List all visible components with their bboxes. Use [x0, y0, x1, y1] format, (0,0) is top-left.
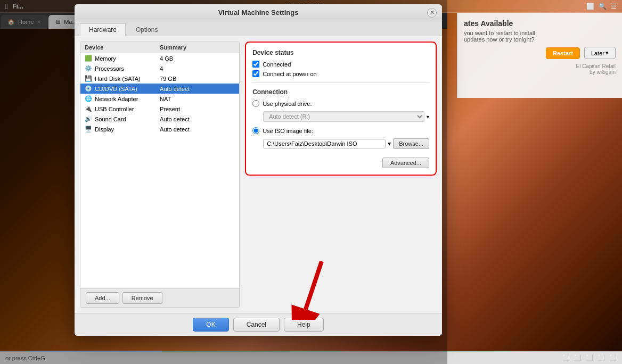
use-physical-label: Use physical drive: — [263, 101, 312, 107]
processors-icon: ⚙️ — [85, 65, 92, 72]
device-row-processors[interactable]: ⚙️ Processors 4 — [80, 63, 239, 73]
iso-path-row: ▾ Browse... — [263, 138, 429, 149]
taskbar-icon-5: ⬜ — [609, 354, 617, 361]
ok-button[interactable]: OK — [193, 318, 228, 332]
connection-title: Connection — [252, 88, 429, 96]
notif-footnote: El Capitan Retailby wikigain — [464, 63, 616, 75]
dialog-titlebar: Virtual Machine Settings ✕ — [75, 4, 442, 21]
later-button[interactable]: Later ▾ — [584, 47, 616, 59]
menu-icon[interactable]: ☰ — [611, 3, 617, 10]
taskbar-icon-2: ⬜ — [574, 354, 582, 361]
connected-label: Connected — [263, 61, 291, 68]
connected-checkbox[interactable] — [252, 61, 259, 68]
device-row-harddisk[interactable]: 💾 Hard Disk (SATA) 79 GB — [80, 73, 239, 84]
virtual-machine-settings-dialog: Virtual Machine Settings ✕ Hardware Opti… — [75, 4, 442, 336]
use-iso-radio[interactable] — [252, 127, 259, 134]
notif-line1: you want to restart to install — [464, 30, 616, 36]
advanced-button[interactable]: Advanced... — [382, 158, 429, 168]
device-row-memory[interactable]: 🟩 Memory 4 GB — [80, 53, 239, 63]
dialog-title: Virtual Machine Settings — [81, 9, 436, 16]
connected-checkbox-row: Connected — [252, 61, 429, 68]
browse-button[interactable]: Browse... — [393, 138, 429, 149]
connect-at-power-label: Connect at power on — [263, 71, 317, 77]
taskbar-icon-4: ⬜ — [598, 354, 605, 361]
notification-panel: ates Available you want to restart to in… — [457, 13, 622, 98]
dropdown-arrow-icon: ▾ — [427, 114, 429, 120]
dialog-close-button[interactable]: ✕ — [427, 8, 437, 18]
panel-buttons: Add... Remove — [80, 288, 239, 307]
add-button[interactable]: Add... — [86, 292, 119, 304]
remove-button[interactable]: Remove — [122, 292, 162, 304]
device-row-network[interactable]: 🌐 Network Adapter NAT — [80, 94, 239, 104]
tab-hardware[interactable]: Hardware — [80, 23, 126, 36]
device-row-usb[interactable]: 🔌 USB Controller Present — [80, 104, 239, 114]
use-physical-row: Use physical drive: — [252, 100, 429, 107]
device-row-display[interactable]: 🖥️ Display Auto detect — [80, 124, 239, 134]
device-row-cddvd[interactable]: 💿 CD/DVD (SATA) Auto detect — [80, 84, 239, 94]
device-list-header: Device Summary — [80, 42, 239, 53]
device-row-sound[interactable]: 🔊 Sound Card Auto detect — [80, 114, 239, 124]
connect-at-power-row: Connect at power on — [252, 70, 429, 77]
device-status-connection-box: Device status Connected Connect at power… — [245, 42, 437, 176]
use-iso-label: Use ISO image file: — [263, 128, 313, 134]
network-icon: 🌐 — [85, 95, 92, 102]
sound-icon: 🔊 — [85, 115, 92, 122]
device-status-title: Device status — [252, 49, 429, 56]
dropdown-iso-icon: ▾ — [388, 140, 391, 147]
advanced-row: Advanced... — [252, 158, 429, 168]
device-panel: Device Summary 🟩 Memory 4 GB ⚙️ Processo… — [80, 42, 240, 308]
notif-line2: updates now or try tonight? — [464, 36, 616, 43]
device-list: 🟩 Memory 4 GB ⚙️ Processors 4 💾 Hard D — [80, 53, 239, 288]
auto-detect-select[interactable]: Auto detect (R:) — [263, 111, 424, 122]
display-icon: 🖥️ — [85, 126, 92, 133]
chevron-down-icon: ▾ — [605, 49, 609, 56]
cancel-button[interactable]: Cancel — [233, 318, 280, 332]
harddisk-icon: 💾 — [85, 75, 92, 82]
cddvd-icon: 💿 — [85, 85, 92, 92]
monitor-icon: ⬜ — [586, 3, 594, 10]
settings-panel: Device status Connected Connect at power… — [245, 42, 437, 308]
notif-title: ates Available — [464, 19, 616, 28]
restart-button[interactable]: Restart — [546, 47, 580, 59]
memory-icon: 🟩 — [85, 55, 92, 62]
use-physical-radio[interactable] — [252, 100, 259, 107]
use-iso-row: Use ISO image file: — [252, 127, 429, 134]
taskbar-icon-3: ⬜ — [586, 354, 593, 361]
iso-path-input[interactable] — [263, 139, 386, 148]
dialog-body: Device Summary 🟩 Memory 4 GB ⚙️ Processo… — [75, 36, 442, 313]
taskbar-icon-1: ⬜ — [562, 354, 570, 361]
dialog-tabs: Hardware Options — [75, 21, 442, 36]
status-bar-right: ⬜ ⬜ ⬜ ⬜ ⬜ — [562, 354, 617, 361]
tab-options[interactable]: Options — [127, 23, 167, 36]
usb-icon: 🔌 — [85, 105, 92, 112]
help-button[interactable]: Help — [284, 318, 324, 332]
connect-at-power-checkbox[interactable] — [252, 70, 259, 77]
search-icon[interactable]: 🔍 — [599, 3, 607, 10]
auto-detect-row: Auto detect (R:) ▾ — [263, 111, 429, 122]
dialog-footer: OK Cancel Help — [75, 313, 442, 336]
